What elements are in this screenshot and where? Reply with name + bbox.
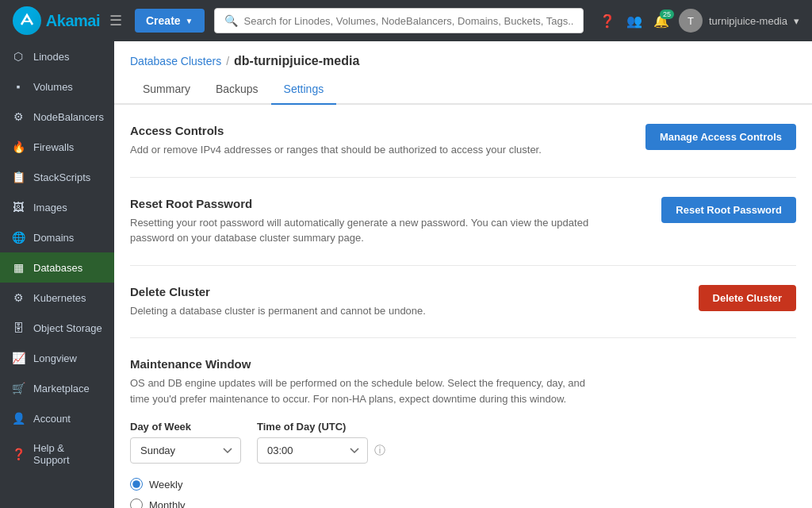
day-of-week-group: Day of Week Sunday Monday Tuesday Wednes… bbox=[130, 421, 241, 464]
username: turnipjuice-media bbox=[709, 15, 787, 27]
sidebar-item-domains[interactable]: 🌐 Domains bbox=[0, 222, 114, 252]
notification-badge: 25 bbox=[660, 10, 674, 19]
object-storage-icon: 🗄 bbox=[11, 321, 25, 334]
sidebar-item-databases[interactable]: ▦ Databases bbox=[0, 252, 114, 283]
user-menu[interactable]: T turnipjuice-media ▾ bbox=[679, 9, 799, 33]
logo: Akamai bbox=[13, 6, 100, 35]
sidebar-item-linodes[interactable]: ⬡ Linodes bbox=[0, 41, 114, 71]
help-support-icon: ❓ bbox=[11, 448, 25, 460]
main-content: Database Clusters / db-turnipjuice-media… bbox=[114, 41, 812, 508]
weekly-radio-item[interactable]: Weekly bbox=[130, 478, 796, 491]
topnav: Akamai ☰ Create ▼ 🔍 ❓ 👥 🔔 25 T turnipjui… bbox=[0, 0, 812, 41]
sidebar-item-marketplace[interactable]: 🛒 Marketplace bbox=[0, 373, 114, 403]
avatar: T bbox=[679, 9, 703, 33]
sidebar-item-kubernetes[interactable]: ⚙ Kubernetes bbox=[0, 283, 114, 313]
sidebar-item-account[interactable]: 👤 Account bbox=[0, 403, 114, 433]
monthly-label: Monthly bbox=[149, 499, 186, 509]
time-select-wrap: 00:0001:0002:00 03:0004:0005:00 06:0007:… bbox=[257, 437, 385, 464]
sidebar-label-kubernetes: Kubernetes bbox=[33, 292, 86, 304]
access-controls-right: Manage Access Controls bbox=[645, 124, 796, 150]
delete-cluster-title: Delete Cluster bbox=[130, 285, 683, 298]
tab-settings[interactable]: Settings bbox=[271, 75, 337, 105]
search-input[interactable] bbox=[244, 15, 574, 27]
maintenance-form-row: Day of Week Sunday Monday Tuesday Wednes… bbox=[130, 421, 796, 464]
user-chevron-icon: ▾ bbox=[794, 15, 799, 27]
reset-root-left: Reset Root Password Resetting your root … bbox=[130, 197, 645, 246]
kubernetes-icon: ⚙ bbox=[11, 291, 25, 304]
tab-summary[interactable]: Summary bbox=[130, 75, 203, 105]
breadcrumb-parent[interactable]: Database Clusters bbox=[130, 55, 221, 67]
delete-cluster-right: Delete Cluster bbox=[699, 285, 796, 311]
sidebar-item-images[interactable]: 🖼 Images bbox=[0, 192, 114, 222]
maintenance-title: Maintenance Window bbox=[130, 357, 796, 371]
day-of-week-select[interactable]: Sunday Monday Tuesday Wednesday Thursday… bbox=[130, 437, 241, 464]
breadcrumb: Database Clusters / db-turnipjuice-media bbox=[114, 41, 812, 75]
frequency-radio-group: Weekly Monthly bbox=[130, 478, 796, 508]
hamburger-icon[interactable]: ☰ bbox=[109, 12, 122, 29]
sidebar-label-linodes: Linodes bbox=[33, 51, 70, 63]
sidebar-label-account: Account bbox=[33, 413, 71, 425]
logo-icon bbox=[13, 6, 41, 35]
sidebar: ⬡ Linodes ▪ Volumes ⚙ NodeBalancers 🔥 Fi… bbox=[0, 41, 114, 508]
sidebar-label-nodebalancers: NodeBalancers bbox=[33, 111, 104, 123]
sidebar-label-marketplace: Marketplace bbox=[33, 383, 90, 394]
time-info-icon[interactable]: ⓘ bbox=[374, 444, 385, 458]
linodes-icon: ⬡ bbox=[11, 50, 25, 63]
sidebar-item-longview[interactable]: 📈 Longview bbox=[0, 343, 114, 373]
sidebar-item-help-support[interactable]: ❓ Help & Support bbox=[0, 433, 114, 475]
breadcrumb-current: db-turnipjuice-media bbox=[234, 54, 359, 68]
firewalls-icon: 🔥 bbox=[11, 140, 25, 153]
sidebar-item-volumes[interactable]: ▪ Volumes bbox=[0, 71, 114, 102]
delete-cluster-section: Delete Cluster Deleting a database clust… bbox=[130, 266, 796, 339]
users-icon[interactable]: 👥 bbox=[626, 13, 642, 29]
create-button[interactable]: Create ▼ bbox=[135, 9, 205, 33]
settings-content: Access Controls Add or remove IPv4 addre… bbox=[114, 105, 812, 508]
reset-root-password-button[interactable]: Reset Root Password bbox=[661, 197, 796, 223]
sidebar-item-nodebalancers[interactable]: ⚙ NodeBalancers bbox=[0, 102, 114, 132]
stackscripts-icon: 📋 bbox=[11, 171, 25, 183]
search-bar[interactable]: 🔍 bbox=[214, 8, 584, 33]
databases-icon: ▦ bbox=[11, 261, 25, 274]
tab-backups[interactable]: Backups bbox=[203, 75, 271, 105]
logo-text: Akamai bbox=[46, 12, 100, 30]
time-of-day-select[interactable]: 00:0001:0002:00 03:0004:0005:00 06:0007:… bbox=[257, 437, 368, 464]
weekly-label: Weekly bbox=[149, 479, 182, 491]
time-of-day-label: Time of Day (UTC) bbox=[257, 421, 385, 433]
chevron-down-icon: ▼ bbox=[186, 17, 193, 25]
account-icon: 👤 bbox=[11, 412, 25, 425]
sidebar-item-object-storage[interactable]: 🗄 Object Storage bbox=[0, 313, 114, 343]
sidebar-label-stackscripts: StackScripts bbox=[33, 171, 90, 183]
sidebar-label-object-storage: Object Storage bbox=[33, 322, 102, 334]
access-controls-section: Access Controls Add or remove IPv4 addre… bbox=[130, 105, 796, 178]
sidebar-label-databases: Databases bbox=[33, 262, 82, 274]
reset-root-section: Reset Root Password Resetting your root … bbox=[130, 178, 796, 266]
domains-icon: 🌐 bbox=[11, 231, 25, 244]
sidebar-label-images: Images bbox=[33, 202, 67, 214]
weekly-radio[interactable] bbox=[130, 478, 143, 491]
layout: ⬡ Linodes ▪ Volumes ⚙ NodeBalancers 🔥 Fi… bbox=[0, 41, 812, 508]
monthly-radio-item[interactable]: Monthly bbox=[130, 498, 796, 508]
nav-icons: ❓ 👥 🔔 25 bbox=[599, 13, 669, 29]
sidebar-label-domains: Domains bbox=[33, 232, 74, 244]
delete-cluster-button[interactable]: Delete Cluster bbox=[699, 285, 796, 311]
access-controls-desc: Add or remove IPv4 addresses or ranges t… bbox=[130, 142, 590, 158]
monthly-radio[interactable] bbox=[130, 498, 143, 508]
maintenance-desc: OS and DB engine updates will be perform… bbox=[130, 375, 590, 406]
reset-root-right: Reset Root Password bbox=[661, 197, 796, 223]
volumes-icon: ▪ bbox=[11, 80, 25, 93]
help-icon[interactable]: ❓ bbox=[599, 13, 615, 29]
day-of-week-label: Day of Week bbox=[130, 421, 241, 433]
sidebar-label-longview: Longview bbox=[33, 352, 77, 364]
tabs: Summary Backups Settings bbox=[114, 75, 812, 105]
sidebar-item-firewalls[interactable]: 🔥 Firewalls bbox=[0, 132, 114, 162]
access-controls-title: Access Controls bbox=[130, 124, 630, 137]
manage-access-controls-button[interactable]: Manage Access Controls bbox=[645, 124, 796, 150]
reset-root-desc: Resetting your root password will automa… bbox=[130, 215, 590, 246]
sidebar-label-help-support: Help & Support bbox=[33, 442, 103, 466]
breadcrumb-separator: / bbox=[226, 55, 229, 67]
sidebar-label-firewalls: Firewalls bbox=[33, 141, 74, 153]
sidebar-item-stackscripts[interactable]: 📋 StackScripts bbox=[0, 162, 114, 192]
notifications-icon[interactable]: 🔔 25 bbox=[653, 13, 669, 29]
search-icon: 🔍 bbox=[224, 14, 238, 27]
longview-icon: 📈 bbox=[11, 352, 25, 364]
